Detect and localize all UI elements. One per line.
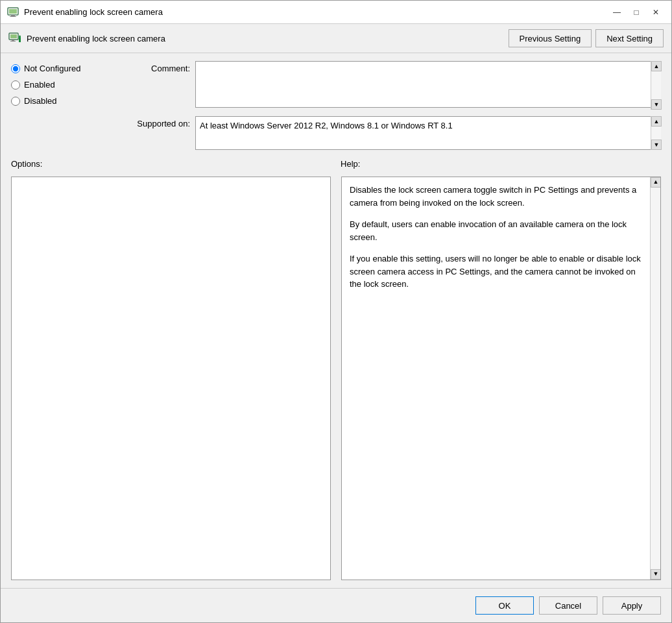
cancel-button[interactable]: Cancel <box>539 596 597 615</box>
not-configured-radio[interactable] <box>11 64 20 73</box>
footer: OK Cancel Apply <box>1 588 671 622</box>
toolbar-buttons: Previous Setting Next Setting <box>509 29 664 47</box>
disabled-label: Disabled <box>24 96 57 106</box>
comment-scroll-track <box>651 71 661 99</box>
help-section-label: Help: <box>341 159 360 169</box>
comment-textarea[interactable] <box>195 61 661 108</box>
comment-scroll-down[interactable]: ▼ <box>651 99 662 110</box>
options-help-section: Disables the lock screen camera toggle s… <box>11 177 661 580</box>
maximize-button[interactable]: □ <box>627 5 645 20</box>
next-setting-button[interactable]: Next Setting <box>595 29 664 47</box>
supported-wrapper: At least Windows Server 2012 R2, Windows… <box>195 116 661 150</box>
window-icon <box>7 6 19 18</box>
svg-rect-1 <box>9 9 17 14</box>
comment-scrollbar: ▲ ▼ <box>651 61 661 110</box>
disabled-radio[interactable] <box>11 97 20 106</box>
form-section: Comment: ▲ ▼ Supported on: At least <box>125 61 661 150</box>
supported-label: Supported on: <box>125 116 190 128</box>
minimize-button[interactable]: — <box>608 5 626 20</box>
toolbar-policy-title: Prevent enabling lock screen camera <box>27 34 165 43</box>
main-content: Not Configured Enabled Disabled Comment: <box>1 53 671 588</box>
help-column: Disables the lock screen camera toggle s… <box>341 177 661 580</box>
comment-textarea-wrapper: ▲ ▼ <box>195 61 661 110</box>
not-configured-option[interactable]: Not Configured <box>11 64 115 73</box>
title-bar-left: Prevent enabling lock screen camera <box>7 6 163 18</box>
supported-row: Supported on: At least Windows Server 20… <box>125 116 661 150</box>
options-box <box>11 177 331 580</box>
svg-point-9 <box>19 36 21 38</box>
help-text-p2: By default, users can enable invocation … <box>350 218 642 243</box>
supported-scroll-down[interactable]: ▼ <box>651 140 662 150</box>
help-scrollbar: ▲ ▼ <box>650 177 660 580</box>
svg-rect-5 <box>10 34 17 38</box>
toolbar-left: Prevent enabling lock screen camera <box>8 32 165 45</box>
title-bar-controls: — □ ✕ <box>608 5 665 20</box>
help-scroll-up[interactable]: ▲ <box>651 177 661 188</box>
supported-scrollbar: ▲ ▼ <box>651 116 661 150</box>
supported-scroll-up[interactable]: ▲ <box>651 116 662 127</box>
help-box: Disables the lock screen camera toggle s… <box>341 177 661 580</box>
comment-label: Comment: <box>125 61 190 73</box>
help-scroll-down[interactable]: ▼ <box>651 569 661 580</box>
comment-scroll-up[interactable]: ▲ <box>651 61 662 71</box>
comment-row: Comment: ▲ ▼ <box>125 61 661 110</box>
ok-button[interactable]: OK <box>475 596 534 615</box>
toolbar: Prevent enabling lock screen camera Prev… <box>1 24 671 53</box>
disabled-option[interactable]: Disabled <box>11 96 115 106</box>
close-button[interactable]: ✕ <box>647 5 665 20</box>
previous-setting-button[interactable]: Previous Setting <box>509 29 592 47</box>
svg-rect-6 <box>12 40 14 41</box>
supported-value: At least Windows Server 2012 R2, Windows… <box>195 116 661 150</box>
not-configured-label: Not Configured <box>24 64 80 73</box>
apply-button[interactable]: Apply <box>603 596 661 615</box>
title-bar-title: Prevent enabling lock screen camera <box>24 7 163 17</box>
options-section-label: Options: <box>11 159 42 169</box>
radio-group: Not Configured Enabled Disabled <box>11 61 115 150</box>
help-text-p3: If you enable this setting, users will n… <box>350 252 642 291</box>
supported-scroll-track <box>651 127 661 140</box>
svg-rect-7 <box>10 41 16 42</box>
enabled-label: Enabled <box>24 80 55 90</box>
svg-rect-3 <box>10 16 16 17</box>
help-text-p1: Disables the lock screen camera toggle s… <box>350 184 642 209</box>
options-column <box>11 177 336 580</box>
top-section: Not Configured Enabled Disabled Comment: <box>11 61 661 150</box>
help-scroll-track <box>651 188 660 569</box>
enabled-radio[interactable] <box>11 80 20 90</box>
main-window: Prevent enabling lock screen camera — □ … <box>0 0 672 623</box>
enabled-option[interactable]: Enabled <box>11 80 115 90</box>
toolbar-icon <box>8 32 21 45</box>
svg-rect-2 <box>11 15 15 16</box>
svg-rect-8 <box>19 37 21 42</box>
title-bar: Prevent enabling lock screen camera — □ … <box>1 1 671 24</box>
